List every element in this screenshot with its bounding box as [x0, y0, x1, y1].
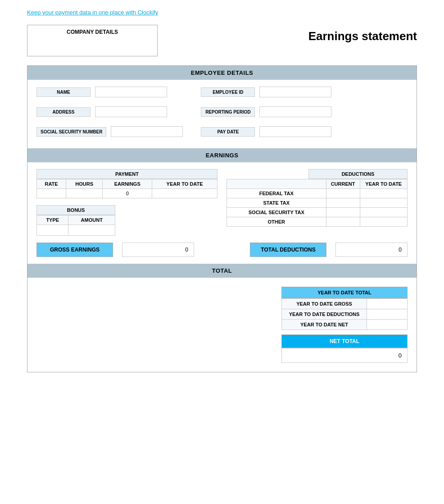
payment-table: RATE HOURS EARNINGS YEAR TO DATE [36, 179, 217, 198]
state-tax-current [326, 198, 360, 208]
other-ytd [360, 217, 407, 227]
top-link-area: Keep your payment data in one place with… [0, 0, 444, 25]
table-row: YEAR TO DATE DEDUCTIONS [282, 309, 408, 320]
pay-date-input[interactable] [259, 126, 331, 137]
ssn-field-row: SOCIAL SECURITY NUMBER [36, 126, 183, 137]
employee-details-header: EMPLOYEE DETAILS [27, 66, 417, 80]
ytd-net-label: YEAR TO DATE NET [282, 320, 367, 330]
reporting-period-label: REPORTING PERIOD [201, 107, 255, 117]
bonus-type-cell [37, 225, 68, 236]
table-row: YEAR TO DATE NET [282, 320, 408, 330]
deductions-col-current: CURRENT [326, 179, 360, 189]
payment-hours-cell [66, 189, 103, 198]
bonus-amount-cell [68, 225, 115, 236]
payment-col-ytd: YEAR TO DATE [152, 179, 217, 189]
page-title: Earnings statement [308, 25, 417, 43]
federal-tax-ytd [360, 189, 407, 198]
table-row: STATE TAX [227, 198, 408, 208]
left-panel: PAYMENT RATE HOURS EARNINGS YEAR TO DATE [36, 169, 217, 236]
company-label: COMPANY DETAILS [67, 29, 118, 35]
total-deductions-label: TOTAL DEDUCTIONS [250, 243, 326, 257]
payment-col-hours: HOURS [66, 179, 103, 189]
payment-sub-header: PAYMENT [36, 169, 217, 179]
table-row: YEAR TO DATE GROSS [282, 299, 408, 309]
ytd-total-header: YEAR TO DATE TOTAL [281, 287, 408, 298]
name-field-row: NAME [36, 87, 183, 97]
clockify-link[interactable]: Keep your payment data in one place with… [27, 9, 158, 16]
deductions-sub-header: DEDUCTIONS [308, 169, 408, 179]
federal-tax-current [326, 189, 360, 198]
payment-col-earnings: EARNINGS [103, 179, 152, 189]
name-label: NAME [36, 87, 91, 97]
other-label: OTHER [227, 217, 326, 227]
federal-tax-label: FEDERAL TAX [227, 189, 326, 198]
table-row [37, 225, 115, 236]
table-row: OTHER [227, 217, 408, 227]
payment-earnings-cell: 0 [103, 189, 152, 198]
other-current [326, 217, 360, 227]
bonus-table: TYPE AMOUNT [36, 215, 115, 236]
bonus-sub-header: BONUS [36, 205, 115, 215]
ssn-input[interactable] [111, 126, 183, 137]
ytd-table: YEAR TO DATE GROSS YEAR TO DATE DEDUCTIO… [281, 298, 408, 330]
earnings-header: EARNINGS [27, 148, 417, 162]
employee-fields-grid: NAME ADDRESS SOCIAL SECURITY NUMBER EMPL… [36, 87, 408, 142]
table-row: SOCIAL SECURITY TAX [227, 208, 408, 217]
net-total-label: NET TOTAL [281, 334, 408, 348]
table-row: 0 [37, 189, 217, 198]
address-input[interactable] [95, 106, 167, 117]
deductions-table: CURRENT YEAR TO DATE FEDERAL TAX [227, 179, 408, 227]
name-input[interactable] [95, 87, 167, 97]
earnings-body: PAYMENT RATE HOURS EARNINGS YEAR TO DATE [27, 162, 417, 264]
ytd-deductions-value [367, 309, 408, 320]
pay-date-label: PAY DATE [201, 127, 255, 137]
ytd-deductions-label: YEAR TO DATE DEDUCTIONS [282, 309, 367, 320]
ytd-gross-value [367, 299, 408, 309]
header-row: COMPANY DETAILS Earnings statement [27, 25, 417, 56]
bonus-section: BONUS TYPE AMOUNT [36, 205, 217, 236]
reporting-period-input[interactable] [259, 106, 331, 117]
bonus-col-amount: AMOUNT [68, 215, 115, 225]
payment-table-wrapper: PAYMENT RATE HOURS EARNINGS YEAR TO DATE [36, 169, 217, 198]
ytd-table-wrapper: YEAR TO DATE TOTAL YEAR TO DATE GROSS YE… [281, 287, 408, 363]
ytd-gross-label: YEAR TO DATE GROSS [282, 299, 367, 309]
state-tax-label: STATE TAX [227, 198, 326, 208]
page-container: COMPANY DETAILS Earnings statement EMPLO… [0, 25, 444, 390]
ssn-label: SOCIAL SECURITY NUMBER [36, 127, 106, 137]
payment-rate-cell [37, 189, 66, 198]
net-total-value: 0 [281, 348, 408, 363]
social-security-ytd [360, 208, 407, 217]
total-deductions-value: 0 [335, 243, 408, 257]
table-row: FEDERAL TAX [227, 189, 408, 198]
gross-earnings-value: 0 [122, 243, 194, 257]
right-panel: DEDUCTIONS CURRENT YEAR TO DATE [227, 169, 408, 236]
deductions-col-label [227, 179, 326, 189]
employee-details-body: NAME ADDRESS SOCIAL SECURITY NUMBER EMPL… [27, 80, 417, 148]
reporting-period-row: REPORTING PERIOD [201, 106, 331, 117]
social-security-current [326, 208, 360, 217]
state-tax-ytd [360, 198, 407, 208]
pay-date-row: PAY DATE [201, 126, 331, 137]
payment-col-rate: RATE [37, 179, 66, 189]
employee-id-input[interactable] [259, 87, 331, 97]
earnings-grid: PAYMENT RATE HOURS EARNINGS YEAR TO DATE [36, 169, 408, 236]
social-security-label: SOCIAL SECURITY TAX [227, 208, 326, 217]
main-document: EMPLOYEE DETAILS NAME ADDRESS SOCIAL SEC… [27, 65, 417, 372]
employee-id-row: EMPLOYEE ID [201, 87, 331, 97]
bonus-col-type: TYPE [37, 215, 68, 225]
deductions-col-ytd: YEAR TO DATE [360, 179, 407, 189]
company-box: COMPANY DETAILS [27, 25, 158, 56]
total-body: YEAR TO DATE TOTAL YEAR TO DATE GROSS YE… [27, 278, 417, 372]
totals-row: GROSS EARNINGS 0 TOTAL DEDUCTIONS 0 [36, 243, 408, 257]
total-section-header: TOTAL [27, 264, 417, 278]
ytd-net-value [367, 320, 408, 330]
address-field-row: ADDRESS [36, 106, 183, 117]
gross-earnings-label: GROSS EARNINGS [36, 243, 113, 257]
employee-id-label: EMPLOYEE ID [201, 87, 255, 97]
payment-ytd-cell [152, 189, 217, 198]
left-fields: NAME ADDRESS SOCIAL SECURITY NUMBER [36, 87, 183, 142]
address-label: ADDRESS [36, 107, 91, 117]
right-fields: EMPLOYEE ID REPORTING PERIOD PAY DATE [201, 87, 331, 142]
